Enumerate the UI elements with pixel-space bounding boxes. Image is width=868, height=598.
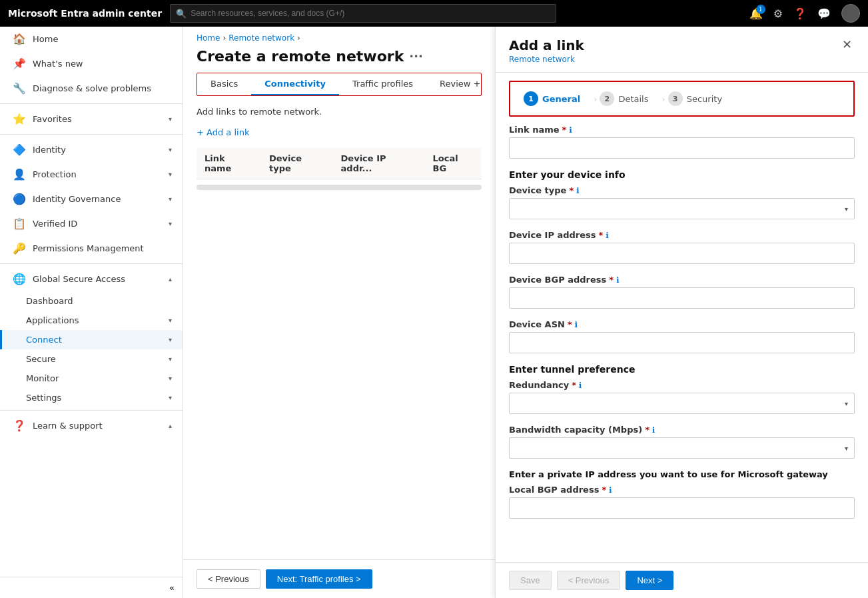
chevron-down-icon-vid: ▾ [169, 220, 172, 227]
sidebar-item-identity-governance[interactable]: 🔵 Identity Governance ▾ [0, 187, 183, 211]
sidebar-label-connect: Connect [26, 335, 163, 345]
link-name-info-icon[interactable]: ℹ [569, 125, 572, 135]
breadcrumb-remote-network[interactable]: Remote network [228, 33, 294, 43]
device-asn-label: Device ASN * ℹ [509, 319, 855, 329]
sidebar-label-identity-governance: Identity Governance [33, 194, 162, 204]
wizard-sep-2: › [661, 94, 665, 104]
horizontal-scrollbar[interactable] [197, 185, 482, 190]
sidebar-item-diagnose[interactable]: 🔧 Diagnose & solve problems [0, 76, 183, 101]
device-type-required: * [569, 185, 574, 195]
page-title: Create a remote network ··· [183, 45, 495, 73]
device-type-label-text: Device type [509, 185, 566, 195]
sidebar-item-dashboard[interactable]: Dashboard [0, 291, 183, 311]
notification-badge: 1 [756, 5, 765, 14]
sidebar-item-connect[interactable]: Connect ▾ [0, 330, 183, 349]
main-layout: 🏠 Home 📌 What's new 🔧 Diagnose & solve p… [0, 27, 868, 598]
tab-traffic-profiles[interactable]: Traffic profiles [339, 73, 426, 95]
sidebar-item-settings[interactable]: Settings ▾ [0, 388, 183, 407]
sidebar-item-favorites[interactable]: ⭐ Favorites ▾ [0, 107, 183, 131]
breadcrumb-home[interactable]: Home [197, 33, 220, 43]
notification-bell[interactable]: 🔔 1 [749, 7, 763, 20]
bandwidth-select[interactable] [509, 437, 855, 459]
page-title-text: Create a remote network [197, 48, 404, 65]
private-ip-heading: Enter a private IP address you want to u… [509, 469, 855, 479]
sidebar-item-monitor[interactable]: Monitor ▾ [0, 369, 183, 388]
link-name-input[interactable] [509, 137, 855, 159]
side-panel-close-button[interactable]: ✕ [839, 37, 855, 51]
sidebar-label-learn-support: Learn & support [33, 421, 162, 431]
next-button-main[interactable]: Next: Traffic profiles > [266, 569, 372, 589]
wizard-tab-details[interactable]: 2 Details [600, 89, 659, 109]
wizard-tab-num-3: 3 [668, 91, 683, 106]
bandwidth-label: Bandwidth capacity (Mbps) * ℹ [509, 425, 855, 435]
chevron-down-icon-secure: ▾ [169, 355, 172, 363]
form-group-bandwidth: Bandwidth capacity (Mbps) * ℹ ▾ [509, 425, 855, 459]
device-type-info-icon[interactable]: ℹ [576, 186, 580, 195]
sidebar-item-home[interactable]: 🏠 Home [0, 27, 183, 51]
breadcrumb-sep-2: › [297, 33, 300, 43]
favorites-icon: ⭐ [13, 113, 26, 125]
wizard-tab-num-1: 1 [524, 91, 538, 106]
sidebar-item-identity[interactable]: 🔷 Identity ▾ [0, 137, 183, 162]
device-asn-info-icon[interactable]: ℹ [575, 320, 578, 329]
help-icon[interactable]: ❓ [793, 7, 807, 20]
sidebar-item-verified-id[interactable]: 📋 Verified ID ▾ [0, 211, 183, 236]
tab-review-create[interactable]: Review + create [426, 73, 482, 95]
tabs-bar: Basics Connectivity Traffic profiles Rev… [197, 73, 482, 96]
tab-connectivity[interactable]: Connectivity [251, 73, 339, 95]
sidebar-item-whats-new[interactable]: 📌 What's new [0, 51, 183, 76]
device-type-select-wrapper: ▾ [509, 198, 855, 219]
search-bar[interactable]: 🔍 [170, 4, 556, 23]
device-asn-input[interactable] [509, 332, 855, 353]
sidebar-label-diagnose: Diagnose & solve problems [33, 83, 172, 93]
sidebar-label-verified-id: Verified ID [33, 219, 162, 229]
wizard-tab-security[interactable]: 3 Security [668, 89, 733, 109]
sidebar-item-applications[interactable]: Applications ▾ [0, 311, 183, 330]
divider-3 [0, 263, 183, 264]
search-input[interactable] [191, 9, 550, 18]
next-button-side[interactable]: Next > [626, 571, 673, 590]
sidebar-label-identity: Identity [33, 145, 162, 155]
wizard-tab-label-security: Security [687, 94, 722, 104]
side-panel-footer: Save < Previous Next > [496, 562, 868, 598]
local-bgp-input[interactable] [509, 497, 855, 519]
device-ip-input[interactable] [509, 243, 855, 264]
device-bgp-info-icon[interactable]: ℹ [616, 275, 620, 285]
wizard-tab-general[interactable]: 1 General [524, 89, 591, 109]
add-link-description: Add links to remote network. [197, 107, 482, 117]
device-type-select[interactable] [509, 198, 855, 219]
local-bgp-info-icon[interactable]: ℹ [609, 485, 612, 495]
add-link-button[interactable]: + Add a link [197, 127, 482, 137]
feedback-icon[interactable]: 💬 [817, 7, 831, 20]
wizard-tabs: 1 General › 2 Details › 3 Security [509, 81, 855, 117]
topbar: Microsoft Entra admin center 🔍 🔔 1 ⚙️ ❓ … [0, 0, 868, 27]
sidebar-item-learn-support[interactable]: ❓ Learn & support ▴ [0, 413, 183, 438]
sidebar-item-global-secure-access[interactable]: 🌐 Global Secure Access ▴ [0, 267, 183, 291]
chevron-down-icon: ▾ [169, 115, 172, 123]
diagnose-icon: 🔧 [13, 82, 26, 95]
sidebar-item-secure[interactable]: Secure ▾ [0, 349, 183, 369]
wizard-tab-num-2: 2 [600, 91, 614, 106]
save-button[interactable]: Save [509, 571, 552, 590]
sidebar-item-protection[interactable]: 👤 Protection ▾ [0, 162, 183, 187]
page-options-button[interactable]: ··· [409, 49, 423, 63]
brand-name: Microsoft Entra admin center [8, 8, 162, 19]
device-ip-info-icon[interactable]: ℹ [606, 231, 609, 240]
bandwidth-info-icon[interactable]: ℹ [652, 425, 655, 435]
prev-button-side[interactable]: < Previous [557, 571, 621, 590]
user-avatar[interactable] [841, 4, 860, 23]
device-asn-required: * [568, 319, 572, 329]
tab-basics[interactable]: Basics [197, 73, 251, 95]
redundancy-info-icon[interactable]: ℹ [579, 381, 582, 390]
settings-icon[interactable]: ⚙️ [773, 7, 783, 20]
side-panel-title-block: Add a link Remote network [509, 37, 839, 64]
collapse-icon: « [169, 583, 175, 593]
sidebar-item-permissions[interactable]: 🔑 Permissions Management [0, 236, 183, 261]
device-ip-label: Device IP address * ℹ [509, 230, 855, 240]
prev-button-main[interactable]: < Previous [197, 569, 260, 589]
redundancy-select-wrapper: ▾ [509, 393, 855, 414]
redundancy-select[interactable] [509, 393, 855, 414]
content-area: Home › Remote network › Create a remote … [183, 27, 868, 598]
sidebar-collapse-button[interactable]: « [0, 577, 183, 598]
device-bgp-input[interactable] [509, 287, 855, 309]
